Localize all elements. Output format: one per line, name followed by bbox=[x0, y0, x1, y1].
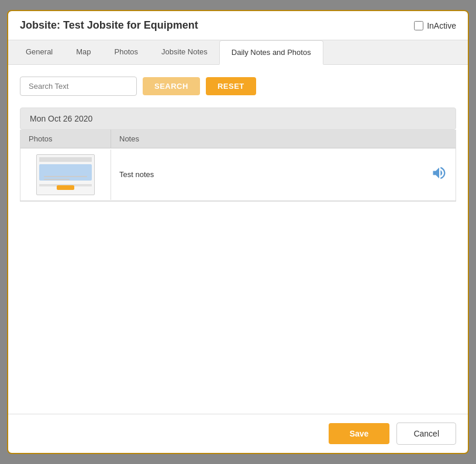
search-button[interactable]: SEARCH bbox=[143, 77, 200, 95]
reset-button[interactable]: RESET bbox=[206, 77, 256, 95]
tab-daily-notes[interactable]: Daily Notes and Photos bbox=[219, 40, 323, 65]
notes-cell: Test notes bbox=[111, 160, 456, 189]
save-button[interactable]: Save bbox=[329, 423, 390, 444]
date-group-header: Mon Oct 26 2020 bbox=[20, 108, 456, 130]
photo-cell[interactable] bbox=[20, 150, 111, 200]
tab-content: SEARCH RESET Mon Oct 26 2020 Photos Note… bbox=[8, 65, 468, 414]
photo-thumbnail[interactable] bbox=[36, 154, 95, 195]
inactive-label-text: InActive bbox=[427, 21, 456, 30]
col-header-photos: Photos bbox=[20, 130, 111, 148]
notes-table: Photos Notes bbox=[20, 130, 456, 202]
tab-general[interactable]: General bbox=[14, 40, 64, 64]
notes-text: Test notes bbox=[119, 170, 154, 179]
tab-jobsite-notes[interactable]: Jobsite Notes bbox=[150, 40, 219, 64]
search-input[interactable] bbox=[20, 77, 137, 96]
inactive-checkbox[interactable] bbox=[414, 21, 423, 30]
tab-bar: General Map Photos Jobsite Notes Daily N… bbox=[8, 40, 468, 65]
audio-icon[interactable] bbox=[431, 165, 447, 185]
modal-title: Jobsite: Test Jobsite for Equipment bbox=[20, 19, 198, 32]
tab-photos[interactable]: Photos bbox=[103, 40, 150, 64]
table-header-row: Photos Notes bbox=[20, 130, 456, 148]
modal-header: Jobsite: Test Jobsite for Equipment InAc… bbox=[8, 11, 468, 40]
cancel-button[interactable]: Cancel bbox=[396, 423, 456, 445]
col-header-notes: Notes bbox=[111, 130, 456, 148]
modal-footer: Save Cancel bbox=[8, 414, 468, 453]
tab-map[interactable]: Map bbox=[64, 40, 102, 64]
inactive-toggle[interactable]: InActive bbox=[414, 21, 456, 30]
search-bar: SEARCH RESET bbox=[20, 77, 456, 96]
table-row: Test notes bbox=[20, 148, 456, 201]
modal-container: Jobsite: Test Jobsite for Equipment InAc… bbox=[7, 10, 469, 454]
